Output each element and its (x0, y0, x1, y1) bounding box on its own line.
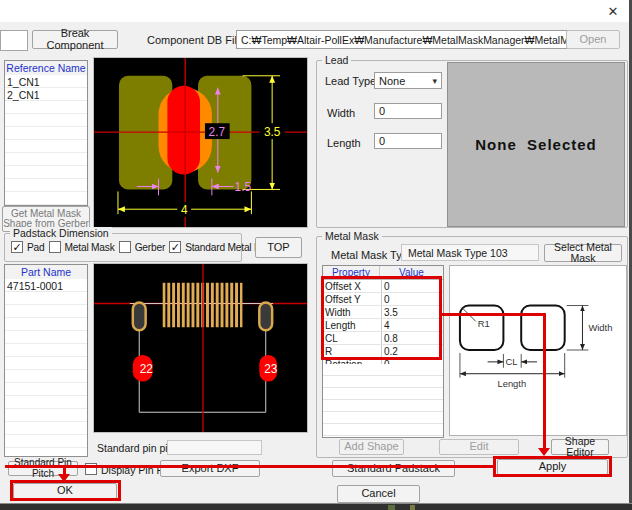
chevron-down-icon: ▾ (432, 76, 437, 86)
cancel-button[interactable]: Cancel (337, 485, 420, 503)
export-dxf-button[interactable]: Export DXF (160, 460, 260, 477)
annotation-arrow-apply (538, 448, 550, 456)
lead-length-label: Length (327, 137, 361, 149)
pad-checkbox[interactable]: ✓ (11, 241, 23, 253)
lead-length-input[interactable]: 0 (374, 133, 442, 149)
top-layer-button[interactable]: TOP (255, 237, 302, 258)
annotation-rect-property-table (321, 276, 442, 360)
db-file-label: Component DB File (147, 34, 243, 46)
pin-number-right: 23 (264, 362, 278, 376)
diagram-r1-label: R1 (478, 319, 490, 329)
diagram-width-label: Width (588, 323, 612, 333)
gerber-checkbox-label: Gerber (135, 242, 166, 253)
lead-type-label: Lead Type (325, 75, 376, 87)
annotation-line-vertical-1 (543, 313, 546, 448)
pad-checkbox-label: Pad (27, 242, 45, 253)
metal-mask-group-title: Metal Mask (322, 230, 382, 242)
gerber-checkbox[interactable] (119, 241, 131, 253)
dim-mask-width: 1.5 (235, 180, 252, 194)
metal-mask-diagram: R1 Width CL Length (449, 265, 627, 436)
lead-type-dropdown[interactable]: None ▾ (374, 72, 442, 89)
db-file-path-field[interactable]: C:₩Temp₩Altair-PollEx₩Manufacture₩MetalM… (236, 30, 588, 49)
close-icon: ✕ (608, 4, 619, 19)
dim-total-width: 4 (181, 203, 188, 217)
pad-top-view-canvas[interactable]: 3.5 2.7 1.5 4 (93, 57, 308, 228)
lead-type-value: None (379, 75, 432, 87)
metal-mask-inner (167, 86, 200, 175)
add-shape-button[interactable]: Add Shape (339, 439, 404, 455)
reference-name-header: Reference Name (5, 61, 87, 76)
pad-right (259, 303, 272, 331)
standard-metal-mask-checkbox[interactable]: ✓ (169, 241, 181, 253)
list-item[interactable]: 47151-0001 (5, 279, 87, 292)
pin-pitch-view-canvas[interactable]: 22 23 (93, 263, 308, 433)
pin-pitch-info-field (167, 440, 262, 455)
part-name-list[interactable]: Part Name 47151-0001 (4, 264, 88, 457)
annotation-line-horizontal-2 (5, 465, 493, 468)
dim-mask-height: 2.7 (209, 125, 225, 139)
lead-width-input[interactable]: 0 (374, 103, 442, 119)
standard-padstack-button[interactable]: Standard Padstack (332, 460, 455, 477)
lead-preview-panel: None Selected (447, 62, 625, 227)
metal-mask-checkbox[interactable] (49, 241, 61, 253)
title-bar (0, 0, 632, 22)
annotation-rect-apply (493, 456, 612, 477)
diagram-cl-label: CL (505, 357, 517, 367)
pad-left (133, 303, 146, 331)
check-icon: ✓ (171, 242, 180, 252)
open-button[interactable]: Open (566, 30, 620, 49)
annotation-rect-ok (10, 480, 121, 501)
list-item[interactable]: 1_CN1 (5, 75, 87, 88)
annotation-line-horizontal-1 (441, 313, 546, 316)
desktop-strip-detail (410, 505, 415, 510)
corner-box (0, 30, 28, 51)
reference-name-list[interactable]: Reference Name 1_CN1 2_CN1 (4, 60, 88, 206)
lead-group-title: Lead (322, 54, 351, 66)
dim-pad-height: 3.5 (264, 125, 281, 139)
pin-number-left: 22 (140, 362, 153, 376)
padstack-dimension-title: Padstack Dimension (10, 227, 112, 239)
metal-mask-checkbox-label: Metal Mask (65, 242, 115, 253)
edit-button[interactable]: Edit (439, 439, 519, 455)
desktop-strip-detail (388, 505, 395, 510)
part-name-header: Part Name (5, 265, 87, 280)
check-icon: ✓ (12, 242, 21, 252)
break-component-button[interactable]: Break Component (32, 30, 118, 49)
close-button[interactable]: ✕ (598, 1, 628, 21)
select-metal-mask-button[interactable]: Select Metal Mask (544, 244, 622, 262)
lead-group: Lead Type None ▾ Width 0 Length 0 None S… (316, 60, 628, 228)
desktop-strip (0, 503, 632, 510)
diagram-length-label: Length (497, 379, 526, 389)
metal-mask-manager-dialog: ✕ Break Component Component DB File C:₩T… (0, 0, 632, 510)
metal-mask-type-value: Metal Mask Type 103 (401, 244, 539, 261)
lead-width-label: Width (327, 107, 355, 119)
list-item[interactable]: 2_CN1 (5, 88, 87, 101)
shape-editor-button[interactable]: Shape Editor (551, 439, 609, 455)
